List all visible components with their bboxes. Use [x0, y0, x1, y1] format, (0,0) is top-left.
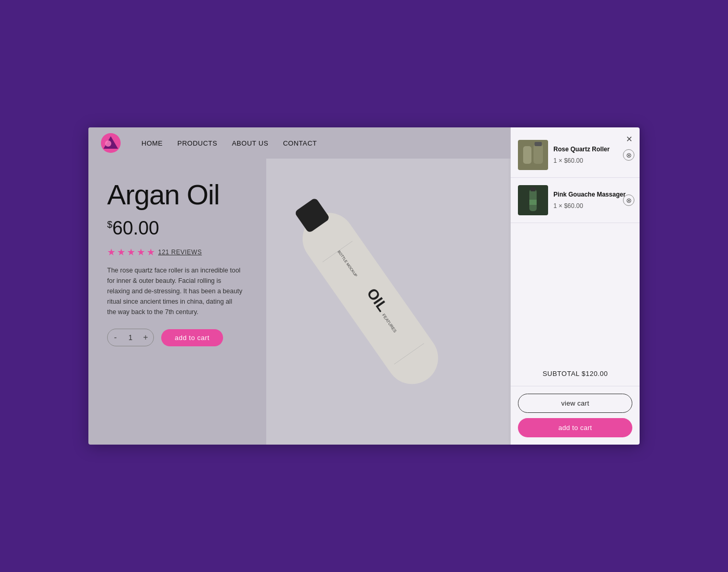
subtotal-label: SUBTOTAL	[542, 370, 579, 378]
page-container: HOME PRODUCTS ABOUT US CONTACT Argan Oil…	[88, 127, 640, 445]
stars: ★ ★ ★ ★ ★	[107, 246, 155, 258]
cart-items-list: Rose Quartz Roller 1 × $60.00 ⊗	[511, 127, 640, 361]
nav-products[interactable]: PRODUCTS	[177, 139, 217, 147]
product-image: BOTTLE MOCKUP OIL FEATURES	[266, 159, 511, 445]
cart-add-to-cart-button[interactable]: add to cart	[518, 418, 632, 437]
cart-item-name-massager: Pink Gouache Massager	[553, 191, 632, 199]
product-description: The rose quartz face roller is an incred…	[107, 265, 242, 317]
quantity-decrease-button[interactable]: -	[108, 329, 123, 346]
svg-rect-18	[529, 200, 537, 205]
product-area: Argan Oil $60.00 ★ ★ ★ ★ ★ 121 REVIEWS T…	[88, 159, 511, 445]
cart-item-remove-massager[interactable]: ⊗	[623, 194, 634, 206]
product-title: Argan Oil	[107, 179, 265, 210]
quantity-cart-row: - 1 + add to cart	[107, 329, 265, 346]
rose-quartz-image	[518, 140, 548, 170]
subtotal-value: $120.00	[581, 370, 608, 378]
cart-item: Pink Gouache Massager 1 × $60.00 ⊗	[511, 178, 640, 223]
product-image-area: BOTTLE MOCKUP OIL FEATURES	[266, 159, 511, 445]
cart-item-details-rose: Rose Quartz Roller 1 × $60.00	[553, 146, 632, 164]
product-info: Argan Oil $60.00 ★ ★ ★ ★ ★ 121 REVIEWS T…	[88, 159, 281, 445]
nav-contact[interactable]: CONTACT	[283, 139, 317, 147]
svg-rect-14	[535, 142, 542, 146]
brand-logo	[101, 133, 121, 153]
cart-item-qty-price-rose: 1 × $60.00	[553, 157, 632, 164]
add-to-cart-button[interactable]: add to cart	[161, 329, 223, 346]
cart-item-image-massager	[518, 185, 548, 215]
product-price: $60.00	[107, 217, 265, 239]
svg-point-2	[105, 140, 111, 147]
cart-item-remove-rose[interactable]: ⊗	[623, 149, 634, 161]
cart-item-name-rose: Rose Quartz Roller	[553, 146, 632, 154]
navigation: HOME PRODUCTS ABOUT US CONTACT	[88, 127, 511, 159]
cart-item: Rose Quartz Roller 1 × $60.00 ⊗	[511, 133, 640, 178]
view-cart-button[interactable]: view cart	[518, 394, 632, 413]
cart-actions: view cart add to cart	[511, 386, 640, 445]
reviews-link[interactable]: 121 REVIEWS	[158, 249, 202, 256]
main-area: HOME PRODUCTS ABOUT US CONTACT Argan Oil…	[88, 127, 511, 445]
cart-item-image-rose	[518, 140, 548, 170]
quantity-increase-button[interactable]: +	[138, 329, 153, 346]
nav-home[interactable]: HOME	[141, 139, 163, 147]
svg-rect-13	[534, 144, 543, 164]
stars-row: ★ ★ ★ ★ ★ 121 REVIEWS	[107, 246, 265, 258]
nav-about[interactable]: ABOUT US	[232, 139, 268, 147]
star-2: ★	[117, 246, 125, 258]
star-4: ★	[137, 246, 145, 258]
svg-rect-17	[530, 187, 536, 191]
cart-item-qty-price-massager: 1 × $60.00	[553, 202, 632, 210]
star-5: ★	[147, 246, 155, 258]
cart-item-details-massager: Pink Gouache Massager 1 × $60.00	[553, 191, 632, 210]
svg-rect-12	[523, 146, 531, 164]
svg-rect-11	[518, 140, 548, 170]
star-3: ★	[127, 246, 135, 258]
quantity-control: - 1 +	[107, 329, 154, 346]
pink-gouache-image	[518, 185, 548, 215]
star-1: ★	[107, 246, 115, 258]
cart-subtotal: SUBTOTAL $120.00	[511, 361, 640, 386]
cart-sidebar: × Rose Quartz Roller 1 × $60.00	[511, 127, 640, 445]
quantity-value: 1	[123, 333, 138, 342]
price-symbol: $	[107, 219, 112, 230]
